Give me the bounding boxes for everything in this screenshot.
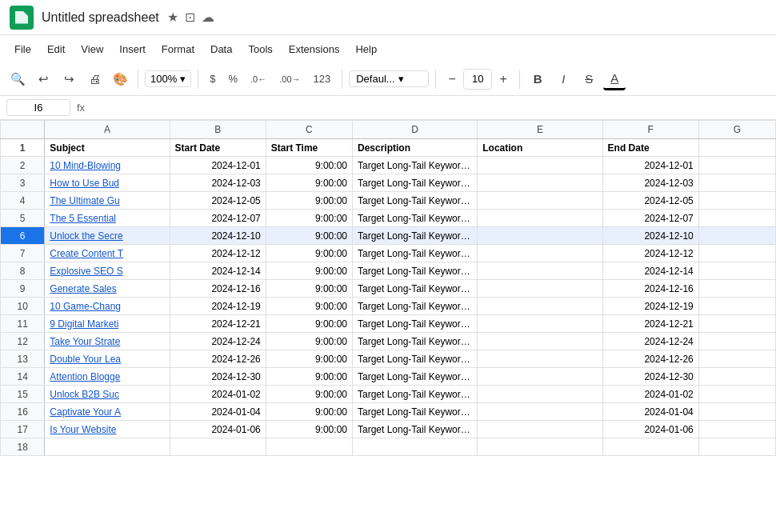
strikethrough-button[interactable]: S [578,68,600,90]
cell-3-f[interactable]: 2024-12-03 [602,174,698,192]
cell-15-e[interactable] [478,386,602,403]
cell-4-a[interactable]: The Ultimate Gu [45,192,170,210]
menu-view[interactable]: View [73,40,111,58]
col-header-e[interactable]: E [478,121,602,139]
row-header-15[interactable]: 15 [1,386,45,403]
cell-16-f[interactable]: 2024-01-04 [602,403,698,421]
row-header-8[interactable]: 8 [1,262,45,280]
cell-7-c[interactable]: 9:00:00 [266,245,352,262]
menu-file[interactable]: File [6,40,39,58]
cell-2-d[interactable]: Target Long-Tail Keyword: best di [352,157,477,174]
cell-17-g[interactable] [698,421,775,438]
cell-2-b[interactable]: 2024-12-01 [170,157,266,174]
cell-8-a[interactable]: Explosive SEO S [45,262,170,280]
cell-9-b[interactable]: 2024-12-16 [170,280,266,298]
row-header-2[interactable]: 2 [1,157,45,174]
cell-2-c[interactable]: 9:00:00 [266,157,352,174]
cell-13-g[interactable] [698,350,775,368]
cell-9-a[interactable]: Generate Sales [45,280,170,298]
cell-13-f[interactable]: 2024-12-26 [602,350,698,368]
decimal-decrease-button[interactable]: .0← [246,71,271,87]
cell-11-f[interactable]: 2024-12-21 [602,315,698,333]
row-header-17[interactable]: 17 [1,421,45,438]
row-header-18[interactable]: 18 [1,438,45,456]
cell-3-b[interactable]: 2024-12-03 [170,174,266,192]
header-cell-d[interactable]: Description [352,139,477,157]
cell-17-a[interactable]: Is Your Website [45,421,170,438]
header-cell-c[interactable]: Start Time [266,139,352,157]
cell-18-f[interactable] [602,438,698,456]
header-cell-f[interactable]: End Date [602,139,698,157]
percent-button[interactable]: % [223,70,242,88]
cell-8-e[interactable] [478,262,602,280]
header-cell-e[interactable]: Location [478,139,602,157]
zoom-selector[interactable]: 100% ▾ [145,70,191,87]
spreadsheet-title[interactable]: Untitled spreadsheet [42,10,159,25]
cell-5-f[interactable]: 2024-12-07 [602,210,698,227]
cell-9-g[interactable] [698,280,775,298]
cell-4-c[interactable]: 9:00:00 [266,192,352,210]
cell-2-g[interactable] [698,157,775,174]
paint-format-button[interactable]: 🎨 [109,68,131,90]
cell-9-e[interactable] [478,280,602,298]
cell-14-g[interactable] [698,368,775,386]
cell-16-e[interactable] [478,403,602,421]
cell-10-b[interactable]: 2024-12-19 [170,298,266,315]
cell-17-d[interactable]: Target Long-Tail Keyword: digital n [352,421,477,438]
cell-10-f[interactable]: 2024-12-19 [602,298,698,315]
cell-7-d[interactable]: Target Long-Tail Keyword: digital n [352,245,477,262]
header-cell-b[interactable]: Start Date [170,139,266,157]
cell-8-g[interactable] [698,262,775,280]
cell-10-d[interactable]: Target Long-Tail Keyword: digital n [352,298,477,315]
cell-12-c[interactable]: 9:00:00 [266,333,352,350]
number-format-button[interactable]: 123 [309,70,336,88]
col-header-g[interactable]: G [698,121,775,139]
cell-7-f[interactable]: 2024-12-12 [602,245,698,262]
menu-help[interactable]: Help [347,40,385,58]
cell-10-c[interactable]: 9:00:00 [266,298,352,315]
cell-5-c[interactable]: 9:00:00 [266,210,352,227]
cell-8-f[interactable]: 2024-12-14 [602,262,698,280]
star-icon[interactable]: ★ [167,10,178,25]
cell-10-g[interactable] [698,298,775,315]
folder-icon[interactable]: ⊡ [185,10,195,25]
font-size-decrease-button[interactable]: − [442,70,462,89]
header-cell-g[interactable] [698,139,775,157]
cell-12-a[interactable]: Take Your Strate [45,333,170,350]
cell-11-g[interactable] [698,315,775,333]
cell-10-a[interactable]: 10 Game-Chang [45,298,170,315]
cell-14-f[interactable]: 2024-12-30 [602,368,698,386]
cell-6-f[interactable]: 2024-12-10 [602,227,698,245]
row-header-3[interactable]: 3 [1,174,45,192]
cell-3-d[interactable]: Target Long-Tail Keyword: afforda [352,174,477,192]
cell-6-a[interactable]: Unlock the Secre [45,227,170,245]
cell-12-g[interactable] [698,333,775,350]
cell-17-b[interactable]: 2024-01-06 [170,421,266,438]
cell-7-a[interactable]: Create Content T [45,245,170,262]
cell-3-c[interactable]: 9:00:00 [266,174,352,192]
row-header-9[interactable]: 9 [1,280,45,298]
cell-17-c[interactable]: 9:00:00 [266,421,352,438]
cell-13-e[interactable] [478,350,602,368]
row-header-11[interactable]: 11 [1,315,45,333]
col-header-b[interactable]: B [170,121,266,139]
row-header-12[interactable]: 12 [1,333,45,350]
menu-extensions[interactable]: Extensions [281,40,348,58]
cell-13-a[interactable]: Double Your Lea [45,350,170,368]
cell-17-e[interactable] [478,421,602,438]
cell-15-a[interactable]: Unlock B2B Suc [45,386,170,403]
cell-12-d[interactable]: Target Long-Tail Keyword: advanc [352,333,477,350]
cloud-icon[interactable]: ☁ [202,10,214,25]
undo-button[interactable]: ↩ [32,68,54,90]
bold-button[interactable]: B [526,68,549,90]
cell-2-a[interactable]: 10 Mind-Blowing [45,157,170,174]
cell-11-e[interactable] [478,315,602,333]
menu-format[interactable]: Format [154,40,202,58]
cell-6-b[interactable]: 2024-12-10 [170,227,266,245]
cell-6-g[interactable] [698,227,775,245]
cell-5-d[interactable]: Target Long-Tail Keyword: essent [352,210,477,227]
row-header-13[interactable]: 13 [1,350,45,368]
font-selector[interactable]: Defaul... ▾ [349,70,429,87]
cell-15-d[interactable]: Target Long-Tail Keyword: digital n [352,386,477,403]
cell-16-g[interactable] [698,403,775,421]
